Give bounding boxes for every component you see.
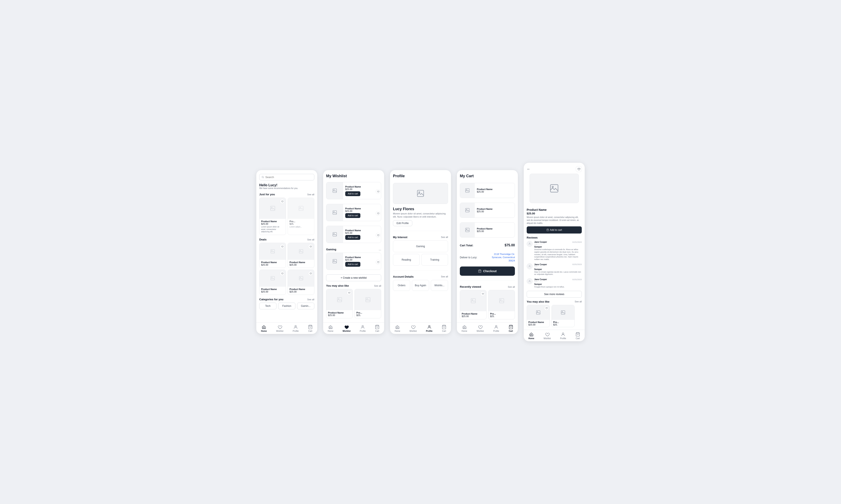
wishlist-heart-1[interactable] [376,189,380,194]
category-gaming[interactable]: Gamin... [297,303,314,309]
nav3-cart-icon [442,325,446,329]
nav3-home[interactable]: Home [395,325,400,332]
cart-item-info-3: Product Name $25.00 [475,226,515,234]
back-btn[interactable]: ← [527,167,530,172]
nav2-home[interactable]: Home [328,325,333,332]
checkout-btn[interactable]: Checkout [460,267,515,276]
nav4-cart[interactable]: Cart [509,325,513,332]
nav2-profile[interactable]: Profile [360,325,366,332]
create-wishlist-btn[interactable]: + Create a new wishlist [326,274,381,281]
nav4-wishlist[interactable]: Wishlist [477,325,484,332]
cart-item-2[interactable]: Product Name $25.00 [460,203,515,218]
nav2-cart[interactable]: Cart [375,325,379,332]
recently-card-1[interactable]: Product Name $25.00 [460,290,486,319]
you-may-also-see-all[interactable]: See all [574,300,582,303]
cart-item-1[interactable]: Product Name $25.00 [460,183,515,198]
nav-profile[interactable]: Profile [293,325,298,332]
nav5-cart[interactable]: Cart [576,332,580,340]
gaming-add-to-cart-1[interactable]: Add to cart [345,262,360,267]
recently-viewed-see-all[interactable]: See all [508,286,515,288]
recently-card-2[interactable]: Pro... $25. [488,290,515,319]
wishlist-heart-btn[interactable] [280,199,285,204]
wishlist-item-3[interactable]: Product Name $25.00 Add to cart [326,226,381,243]
account-wishlist[interactable]: Wishlis... [431,280,448,291]
nav3-profile[interactable]: Profile [426,325,432,332]
account-orders[interactable]: Orders [393,280,410,291]
wishlist-item-2[interactable]: Product Name $25.00 Add to cart [326,204,381,221]
nav4-profile[interactable]: Profile [493,325,499,332]
cart-product-name-3: Product Name [477,228,513,230]
you-may-card-2[interactable]: Pro... $25. [355,289,381,318]
profile-title: Profile [393,174,448,178]
deal-heart-4[interactable] [308,271,313,276]
gaming-more[interactable]: ... [379,248,381,251]
nav5-wishlist[interactable]: Wishlist [544,332,551,340]
nav2-cart-icon [375,325,379,329]
you-may-card-1[interactable]: Product Name $25.00 [326,289,353,318]
interest-training[interactable]: Training [421,254,448,266]
just-for-you-section: Just for you See all Product Name $25.00… [259,193,314,235]
detail-may-card-2[interactable]: Pro... $25. [551,305,574,327]
nav-home[interactable]: Home [261,325,267,332]
interest-reading[interactable]: Reading [393,254,420,266]
see-more-reviews-btn[interactable]: See more reviews [527,291,582,298]
you-may-see-all[interactable]: See all [374,285,381,287]
gaming-heart-1[interactable] [376,260,380,264]
deal-heart-2[interactable] [308,244,313,249]
interest-see-all[interactable]: See all [441,236,448,238]
product-card-2[interactable]: Pro... $25. Lorem adipis... [288,198,314,235]
product-card[interactable]: Product Name $25.00 Lorem ipsum dolor si… [259,198,286,235]
account-buy-again[interactable]: Buy Again [412,280,429,291]
you-may-heart-1[interactable] [347,290,351,295]
account-see-all[interactable]: See all [441,275,448,278]
add-to-cart-btn-3[interactable]: Add to cart [345,235,360,240]
detail-wishlist-btn[interactable] [576,166,582,172]
deal-card-4[interactable]: Product Name $25.00 [288,270,314,295]
nav-cart[interactable]: Cart [308,325,313,332]
nav4-home[interactable]: Home [462,325,467,332]
wishlist-heart-3[interactable] [376,233,380,237]
category-fashion[interactable]: Fashion [278,303,295,309]
add-to-cart-btn-1[interactable]: Add to cart [345,191,360,196]
deal-card-3[interactable]: Product Name $25.00 [259,270,286,295]
categories-see-all[interactable]: See all [307,298,314,301]
nav2-wishlist[interactable]: Wishlist [343,325,350,332]
deal-card-2[interactable]: Product Name $25.00 [288,243,314,268]
review-text-2: Maur is ornare egestas iaculis leo. Lacu… [534,271,582,276]
deal-card-1[interactable]: Product Name $25.00 [259,243,286,268]
search-bar[interactable] [259,174,314,180]
deal-price-2: $25.00 [290,264,312,266]
search-input[interactable] [265,176,312,179]
nav-wishlist[interactable]: Wishlist [276,325,283,332]
deals-see-all[interactable]: See all [307,238,314,241]
deal-name-4: Product Name [290,288,312,290]
nav3-cart[interactable]: Cart [442,325,446,332]
detail-cart-icon [546,229,549,231]
add-to-cart-btn-2[interactable]: Add to cart [345,213,360,218]
just-for-you-see-all[interactable]: See all [307,193,314,196]
cart-title: My Cart [460,174,515,178]
review-stars-3: ★★☆☆☆ [534,281,582,283]
review-date-3: 01/01/2023 [572,278,582,281]
deal-heart-3[interactable] [280,271,285,276]
category-tech[interactable]: Tech [259,303,276,309]
nav5-profile[interactable]: Profile [560,332,566,340]
detail-may-heart-1[interactable] [544,306,549,311]
wishlist-item-1[interactable]: Product Name $25.00 Add to cart [326,182,381,199]
svg-point-26 [362,325,363,327]
detail-add-to-cart[interactable]: Add to cart [527,227,582,234]
nav5-home[interactable]: Home [528,332,534,340]
gaming-item-1[interactable]: Product Name $25.00 Add to cart [326,253,381,270]
cart-item-3[interactable]: Product Name $25.00 [460,222,515,237]
gaming-section: Gaming ... Product Name $25.00 Add to ca… [326,248,381,272]
wishlist-heart-2[interactable] [376,211,380,216]
nav3-wishlist[interactable]: Wishlist [410,325,417,332]
nav2-home-label: Home [328,330,333,332]
you-may-name-1: Product Name [328,311,351,314]
interest-gaming[interactable]: Gaming [393,240,448,252]
edit-profile-btn[interactable]: Edit Profile [393,220,412,226]
recently-heart-1[interactable] [480,291,485,296]
svg-rect-11 [299,276,303,280]
detail-may-card-1[interactable]: Product Name $25.00 [527,305,550,327]
deal-heart-1[interactable] [280,244,285,249]
